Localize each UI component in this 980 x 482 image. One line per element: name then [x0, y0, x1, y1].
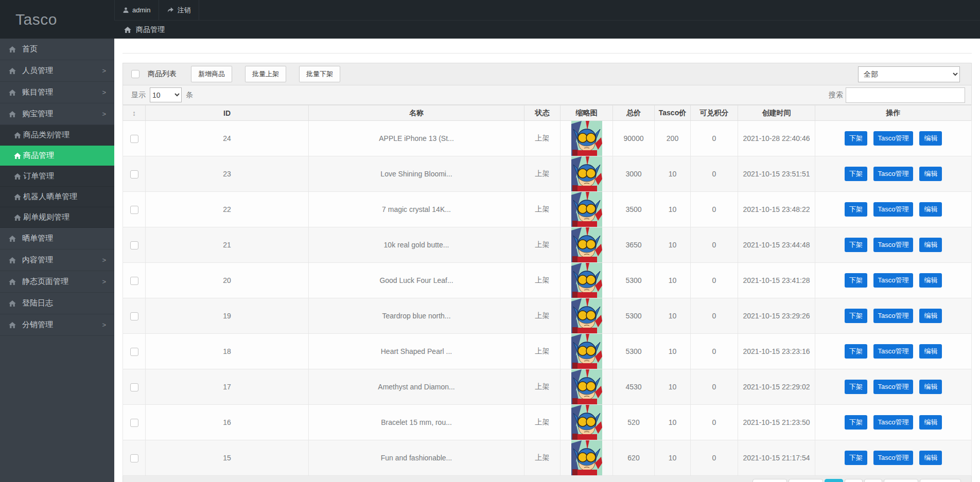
ops-cell: 下架 Tasco管理 编辑: [815, 440, 972, 476]
logout-icon: [167, 7, 173, 13]
off-shelf-button[interactable]: 下架: [845, 131, 867, 146]
thumbnail-cell: [561, 263, 613, 298]
pagination-button[interactable]: 最后一页: [920, 479, 961, 482]
row-checkbox[interactable]: [130, 241, 138, 249]
pagination-button[interactable]: 第一页: [752, 479, 787, 482]
product-thumbnail-image: [571, 298, 602, 333]
tasco-manage-button[interactable]: Tasco管理: [873, 202, 914, 217]
sidebar-subitem[interactable]: 机器人晒单管理: [0, 187, 114, 207]
pagination: 第一页上一页123下一页最后一页: [752, 479, 961, 482]
off-shelf-button[interactable]: 下架: [845, 451, 867, 465]
tasco-manage-button[interactable]: Tasco管理: [873, 273, 914, 288]
sidebar-item[interactable]: 购宝管理>: [0, 103, 114, 125]
select-all-checkbox[interactable]: [131, 70, 139, 78]
points-cell: 0: [691, 192, 738, 227]
row-checkbox[interactable]: [130, 312, 138, 320]
price-cell: 620: [613, 440, 655, 476]
sidebar-subitem[interactable]: 商品管理: [0, 146, 114, 166]
pagination-button[interactable]: 上一页: [789, 479, 823, 482]
sidebar-item-label: 购宝管理: [22, 109, 53, 119]
row-checkbox[interactable]: [130, 383, 138, 391]
tasco-manage-button[interactable]: Tasco管理: [873, 344, 914, 359]
edit-button[interactable]: 编辑: [919, 167, 942, 181]
created-cell: 2021-10-15 23:48:22: [738, 192, 815, 227]
edit-button[interactable]: 编辑: [919, 344, 942, 359]
sidebar-item[interactable]: 人员管理>: [0, 60, 114, 82]
sidebar-subitem[interactable]: 商品类别管理: [0, 125, 114, 146]
sidebar-item-label: 分销管理: [22, 320, 53, 330]
topbar-user[interactable]: admin: [114, 0, 159, 20]
edit-button[interactable]: 编辑: [919, 415, 942, 430]
row-checkbox[interactable]: [130, 206, 138, 214]
off-shelf-button[interactable]: 下架: [845, 202, 867, 217]
sidebar-item[interactable]: 静态页面管理>: [0, 271, 114, 293]
name-cell: Bracelet 15 mm, rou...: [309, 405, 524, 440]
panel-footer: 从1 到 10 条记录——总记录数为 24 条 第一页上一页123下一页最后一页: [122, 476, 972, 482]
checkbox-cell: [123, 192, 146, 227]
edit-button[interactable]: 编辑: [919, 273, 942, 288]
main-area: admin 注销 商品管理 商品列表 新增商品 批量上架 批量下架 全部: [114, 0, 980, 482]
pagination-button[interactable]: 下一页: [884, 479, 918, 482]
id-cell: 21: [146, 227, 309, 263]
tasco-price-cell: 10: [655, 440, 691, 476]
sidebar-item[interactable]: 内容管理>: [0, 249, 114, 271]
category-filter-select[interactable]: 全部: [858, 66, 960, 82]
sidebar-item[interactable]: 晒单管理: [0, 228, 114, 249]
logout-button[interactable]: 注销: [159, 0, 199, 20]
edit-button[interactable]: 编辑: [919, 238, 942, 252]
tasco-price-cell: 10: [655, 227, 691, 263]
row-checkbox[interactable]: [130, 348, 138, 356]
sidebar-subitem-label: 商品类别管理: [23, 130, 69, 140]
thumbnail-cell: [561, 192, 613, 227]
tasco-manage-button[interactable]: Tasco管理: [873, 415, 914, 430]
sidebar-subitem[interactable]: 刷单规则管理: [0, 207, 114, 228]
tasco-manage-button[interactable]: Tasco管理: [873, 309, 914, 323]
batch-on-shelf-button[interactable]: 批量上架: [245, 66, 286, 82]
batch-off-shelf-button[interactable]: 批量下架: [299, 66, 340, 82]
row-checkbox[interactable]: [130, 135, 138, 143]
edit-button[interactable]: 编辑: [919, 309, 942, 323]
sidebar-item[interactable]: 账目管理>: [0, 82, 114, 103]
tasco-manage-button[interactable]: Tasco管理: [873, 238, 914, 252]
off-shelf-button[interactable]: 下架: [845, 238, 867, 252]
price-cell: 90000: [613, 121, 655, 156]
table-row: 22 7 magic crystal 14K... 上架: [123, 192, 972, 227]
checkbox-cell: [123, 156, 146, 192]
edit-button[interactable]: 编辑: [919, 451, 942, 465]
row-checkbox[interactable]: [130, 170, 138, 178]
home-icon: [14, 215, 21, 221]
tasco-manage-button[interactable]: Tasco管理: [873, 451, 914, 465]
table-row: 15 Fun and fashionable... 上架: [123, 440, 972, 476]
sidebar-item[interactable]: 登陆日志: [0, 293, 114, 314]
product-thumbnail-image: [571, 121, 602, 156]
edit-button[interactable]: 编辑: [919, 380, 942, 394]
sidebar-item[interactable]: 分销管理>: [0, 314, 114, 336]
row-checkbox[interactable]: [130, 419, 138, 427]
off-shelf-button[interactable]: 下架: [845, 167, 867, 181]
pagination-button[interactable]: 2: [845, 479, 863, 482]
tasco-manage-button[interactable]: Tasco管理: [873, 380, 914, 394]
off-shelf-button[interactable]: 下架: [845, 380, 867, 394]
off-shelf-button[interactable]: 下架: [845, 273, 867, 288]
sort-header[interactable]: ↕: [123, 105, 146, 121]
home-icon: [14, 132, 21, 138]
off-shelf-button[interactable]: 下架: [845, 344, 867, 359]
off-shelf-button[interactable]: 下架: [845, 309, 867, 323]
edit-button[interactable]: 编辑: [919, 131, 942, 146]
tasco-manage-button[interactable]: Tasco管理: [873, 167, 914, 181]
pagination-button[interactable]: 1: [825, 479, 843, 482]
row-checkbox[interactable]: [130, 277, 138, 285]
page-size-select[interactable]: 10: [150, 87, 182, 102]
sidebar-subitem[interactable]: 订单管理: [0, 166, 114, 187]
product-thumbnail-image: [571, 369, 602, 404]
row-checkbox[interactable]: [130, 454, 138, 462]
add-product-button[interactable]: 新增商品: [191, 66, 232, 82]
tasco-manage-button[interactable]: Tasco管理: [873, 131, 914, 146]
sidebar-item[interactable]: 首页: [0, 39, 114, 60]
id-cell: 15: [146, 440, 309, 476]
search-input[interactable]: [846, 87, 965, 103]
off-shelf-button[interactable]: 下架: [845, 415, 867, 430]
edit-button[interactable]: 编辑: [919, 202, 942, 217]
name-cell: 10k real gold butte...: [309, 227, 524, 263]
pagination-button[interactable]: 3: [864, 479, 882, 482]
